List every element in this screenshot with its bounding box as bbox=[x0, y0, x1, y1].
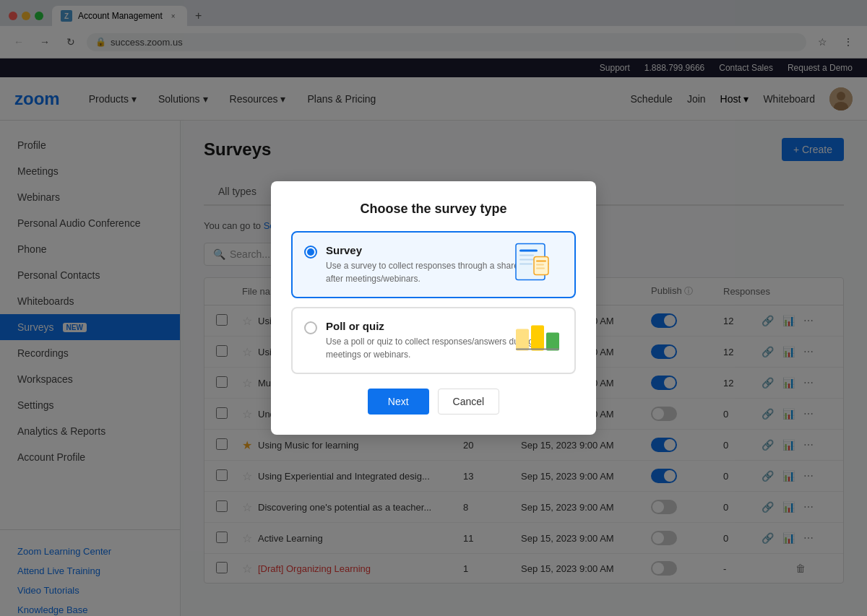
svg-rect-14 bbox=[546, 332, 559, 350]
modal-buttons: Next Cancel bbox=[291, 389, 576, 415]
svg-rect-6 bbox=[519, 259, 535, 260]
modal: Choose the survey type Survey Use a surv… bbox=[271, 181, 596, 435]
app-layout: Profile Meetings Webinars Personal Audio… bbox=[0, 121, 867, 616]
poll-option-icon bbox=[512, 318, 563, 363]
poll-radio bbox=[304, 321, 317, 334]
svg-rect-7 bbox=[519, 263, 532, 264]
modal-option-survey[interactable]: Survey Use a survey to collect responses… bbox=[291, 231, 576, 298]
svg-rect-11 bbox=[536, 267, 545, 269]
svg-rect-8 bbox=[534, 256, 548, 274]
svg-rect-9 bbox=[536, 260, 546, 261]
modal-overlay: Choose the survey type Survey Use a surv… bbox=[181, 121, 867, 616]
cancel-button[interactable]: Cancel bbox=[438, 389, 500, 415]
svg-rect-15 bbox=[516, 348, 559, 350]
svg-rect-5 bbox=[519, 254, 534, 256]
modal-option-poll[interactable]: Poll or quiz Use a poll or quiz to colle… bbox=[291, 307, 576, 374]
svg-rect-10 bbox=[536, 264, 544, 265]
modal-title: Choose the survey type bbox=[291, 201, 576, 217]
svg-rect-4 bbox=[519, 249, 538, 251]
radio-inner bbox=[307, 248, 314, 256]
survey-radio bbox=[304, 246, 317, 259]
main-content: Surveys + Create All types Surveys Polls… bbox=[181, 121, 867, 616]
svg-rect-12 bbox=[516, 329, 529, 350]
svg-rect-13 bbox=[531, 325, 544, 350]
survey-option-icon bbox=[512, 242, 563, 287]
next-button[interactable]: Next bbox=[368, 389, 429, 415]
